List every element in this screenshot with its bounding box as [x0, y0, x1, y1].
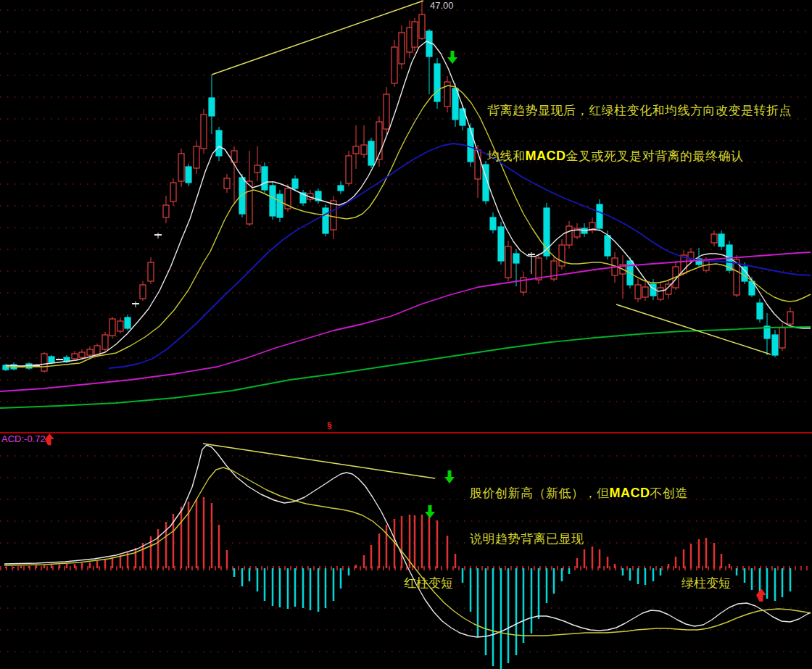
arrow-markers	[45, 51, 766, 602]
candle-up	[353, 146, 359, 154]
candle-down	[426, 31, 432, 57]
red-up-arrow-icon	[45, 433, 54, 445]
candle-down	[338, 186, 344, 191]
candle-down	[3, 365, 9, 370]
candle-down	[434, 64, 440, 101]
dea-line	[4, 468, 811, 636]
macd-histogram	[6, 497, 790, 669]
candle-down	[216, 130, 222, 156]
candle-down	[292, 179, 298, 188]
candle-up	[117, 321, 123, 331]
downtrend-line-right	[616, 304, 771, 354]
ma-blue	[109, 144, 811, 368]
candle-up	[102, 335, 108, 349]
candle-down	[605, 236, 610, 256]
candle-up	[384, 94, 389, 129]
candle-down	[262, 167, 268, 190]
candle-up	[254, 165, 260, 173]
candle-up	[635, 285, 641, 299]
candle-up	[194, 146, 199, 168]
candle-down	[323, 208, 328, 233]
candle-down	[513, 254, 519, 263]
candle-down	[498, 227, 504, 261]
chart-canvas[interactable]	[0, 0, 812, 669]
candle-up	[658, 288, 663, 299]
candlestick-series	[3, 0, 793, 373]
candle-up	[41, 354, 47, 371]
candle-up	[224, 178, 230, 188]
candle-up	[87, 349, 93, 355]
trendlines	[203, 1, 771, 478]
candle-down	[468, 128, 473, 162]
candle-down	[597, 204, 602, 228]
candle-up	[475, 150, 481, 179]
candle-up	[178, 154, 184, 181]
candle-up	[536, 258, 542, 280]
candle-up	[642, 287, 648, 297]
candle-up	[361, 145, 367, 154]
red-up-arrow-icon	[756, 589, 766, 602]
stock-chart-window: 47.00 背离趋势显现后，红绿柱变化和均线方向改变是转折点 均线和MACD金叉…	[0, 0, 812, 669]
green-down-arrow-icon	[444, 470, 455, 483]
candle-up	[392, 47, 397, 83]
candle-up	[148, 262, 154, 281]
candle-up	[331, 201, 336, 230]
candle-down	[186, 167, 191, 183]
candle-down	[270, 186, 276, 216]
green-down-arrow-icon	[447, 51, 457, 64]
candle-up	[346, 156, 352, 183]
candle-up	[72, 354, 78, 359]
candle-down	[125, 317, 130, 328]
moving-average-lines	[0, 41, 811, 408]
candle-up	[170, 183, 176, 201]
candle-down	[718, 234, 724, 246]
candle-up	[163, 205, 169, 217]
candle-up	[140, 285, 146, 299]
candle-up	[79, 352, 85, 357]
candle-down	[757, 303, 763, 319]
candle-down	[277, 194, 283, 217]
green-down-arrow-icon	[425, 505, 435, 518]
candle-down	[209, 98, 215, 116]
candle-up	[711, 234, 717, 243]
candle-up	[566, 226, 572, 245]
candle-down	[772, 335, 778, 355]
candle-up	[412, 22, 418, 47]
candle-up	[399, 33, 405, 64]
candle-up	[505, 246, 511, 278]
candle-up	[109, 319, 115, 336]
candle-up	[201, 115, 207, 149]
candle-up	[419, 14, 425, 38]
candle-down	[49, 357, 54, 362]
candle-down	[490, 217, 496, 230]
candle-up	[787, 312, 793, 324]
candle-up	[779, 328, 785, 348]
candle-down	[368, 141, 374, 165]
